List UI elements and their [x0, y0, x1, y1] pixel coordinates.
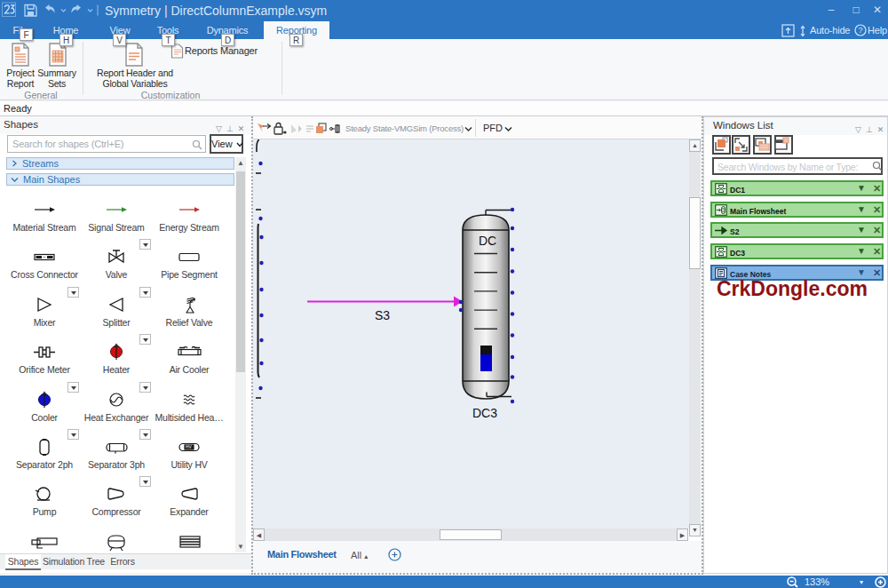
svg-text:HV: HV	[186, 445, 192, 449]
svg-text:?: ?	[858, 26, 862, 35]
svg-text:S3: S3	[375, 308, 390, 322]
svg-text:DC: DC	[479, 234, 496, 248]
svg-text:DC3: DC3	[472, 406, 497, 420]
